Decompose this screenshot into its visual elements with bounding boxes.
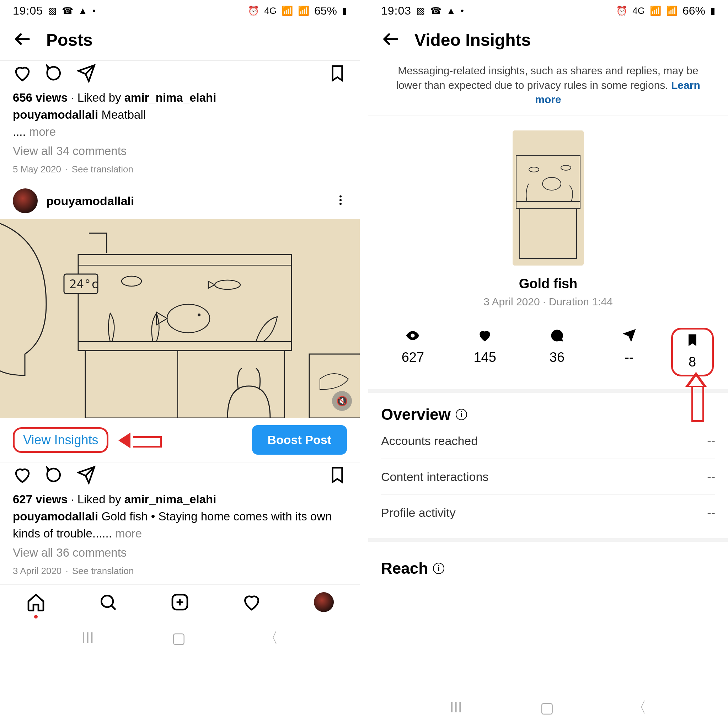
stat-shares: --	[599, 328, 659, 376]
svg-rect-18	[512, 130, 584, 266]
privacy-notice: Messaging-related insights, such as shar…	[368, 60, 728, 116]
post2-view-comments[interactable]: View all 36 comments	[13, 544, 347, 561]
sys-back[interactable]: 〈	[263, 628, 278, 648]
post1-view-comments[interactable]: View all 34 comments	[13, 142, 347, 160]
comment-icon[interactable]	[45, 465, 64, 486]
post2-caption-user: pouyamodallali	[13, 510, 98, 523]
post2-meta: 627 views · Liked by amir_nima_elahi pou…	[0, 489, 360, 584]
share-icon[interactable]	[77, 64, 96, 84]
divider	[368, 538, 728, 542]
view-insights-link[interactable]: View Insights	[13, 427, 109, 453]
info-icon[interactable]: i	[456, 409, 467, 420]
svg-point-13	[198, 314, 200, 317]
save-icon[interactable]	[328, 465, 347, 486]
battery-pct: 65%	[314, 4, 337, 17]
signal-icon: 📶	[650, 5, 661, 16]
like-icon[interactable]	[13, 465, 32, 486]
post1-views: 656 views	[13, 91, 67, 104]
post1-likedby-user: amir_nima_elahi	[124, 91, 217, 104]
post1-date: 5 May 2020	[13, 164, 61, 174]
dot-icon: •	[92, 5, 96, 16]
reach-section: Reach i	[368, 542, 728, 580]
nav-home[interactable]	[26, 592, 46, 613]
comment-icon[interactable]	[45, 64, 64, 84]
overview-section: Overview i Accounts reached -- Content i…	[368, 393, 728, 533]
nav-profile[interactable]	[314, 592, 334, 612]
boost-post-button[interactable]: Boost Post	[252, 425, 347, 455]
post1-more[interactable]: more	[29, 125, 56, 138]
share-icon[interactable]	[77, 465, 96, 486]
page-title: Posts	[46, 30, 93, 50]
post1-translate[interactable]: See translation	[72, 164, 133, 174]
image-icon: ▧	[416, 5, 425, 16]
post2-more[interactable]: more	[115, 527, 142, 540]
stat-saves: 8	[671, 328, 714, 376]
post2-username[interactable]: pouyamodallali	[46, 194, 135, 208]
signal-icon: 📶	[281, 5, 293, 16]
post2-translate[interactable]: See translation	[72, 566, 134, 576]
video-title: Gold fish	[519, 276, 578, 292]
svg-point-16	[101, 595, 113, 607]
post2-actions	[0, 462, 360, 489]
post2-date: 3 April 2020	[13, 566, 61, 576]
post2-views: 627 views	[13, 492, 67, 506]
overview-row-reached[interactable]: Accounts reached --	[381, 424, 715, 459]
warning-icon: ▲	[447, 5, 456, 16]
post2-likedby-prefix: Liked by	[78, 492, 121, 506]
nav-search[interactable]	[98, 592, 118, 613]
status-time: 19:05	[13, 4, 43, 17]
stat-plays: 627	[382, 328, 443, 376]
stat-likes: 145	[455, 328, 515, 376]
signal2-icon: 📶	[666, 5, 678, 16]
header: Posts	[0, 20, 360, 60]
network-icon: 4G	[264, 5, 277, 16]
nav-add[interactable]	[170, 592, 190, 613]
nav-activity[interactable]	[242, 592, 262, 613]
post-more-icon[interactable]	[334, 194, 347, 208]
post2-media[interactable]: 24°c 🔇	[0, 219, 360, 418]
post1-likedby-prefix: Liked by	[78, 91, 121, 104]
post2-header: pouyamodallali	[0, 183, 360, 219]
reach-title: Reach	[381, 560, 428, 577]
stat-comments: 36	[527, 328, 587, 376]
avatar[interactable]	[13, 188, 38, 213]
overview-row-interactions[interactable]: Content interactions --	[381, 459, 715, 495]
like-icon[interactable]	[13, 64, 32, 84]
post2-likedby-user: amir_nima_elahi	[124, 492, 217, 506]
video-thumbnail[interactable]	[512, 130, 584, 266]
overview-row-profile[interactable]: Profile activity --	[381, 495, 715, 530]
notice-text: Messaging-related insights, such as shar…	[396, 65, 698, 91]
fishtank-illustration: 24°c	[0, 219, 360, 418]
svg-rect-3	[0, 219, 360, 418]
info-icon[interactable]: i	[433, 563, 444, 574]
sys-back[interactable]: 〈	[632, 697, 647, 717]
network-icon: 4G	[632, 5, 645, 16]
back-button[interactable]	[381, 29, 400, 50]
image-icon: ▧	[48, 5, 57, 16]
alarm-icon: ⏰	[616, 5, 627, 16]
stat-likes-value: 145	[474, 350, 496, 365]
ov-val: --	[707, 470, 715, 484]
status-time: 19:03	[381, 4, 411, 17]
header: Video Insights	[368, 20, 728, 60]
save-icon[interactable]	[328, 64, 347, 84]
stat-plays-value: 627	[402, 350, 424, 365]
android-nav: III ▢ 〈	[368, 686, 728, 728]
sys-home[interactable]: ▢	[540, 699, 554, 716]
ov-label: Profile activity	[381, 506, 456, 520]
ov-val: --	[707, 434, 715, 448]
phone-posts: 19:05 ▧ ☎ ▲ • ⏰ 4G 📶 📶 65% ▮ Posts	[0, 0, 360, 728]
alarm-icon: ⏰	[248, 5, 259, 16]
ov-label: Accounts reached	[381, 434, 478, 448]
sys-recents[interactable]: III	[450, 699, 462, 716]
post1-actions	[0, 60, 360, 88]
back-button[interactable]	[13, 29, 32, 50]
svg-text:24°c: 24°c	[69, 277, 98, 291]
status-bar: 19:05 ▧ ☎ ▲ • ⏰ 4G 📶 📶 65% ▮	[0, 0, 360, 20]
sys-recents[interactable]: III	[81, 629, 94, 646]
svg-point-2	[340, 203, 342, 205]
dot-icon: •	[461, 5, 464, 16]
annotation-arrow-up	[685, 372, 707, 422]
mute-icon[interactable]: 🔇	[332, 391, 352, 411]
sys-home[interactable]: ▢	[172, 629, 186, 647]
